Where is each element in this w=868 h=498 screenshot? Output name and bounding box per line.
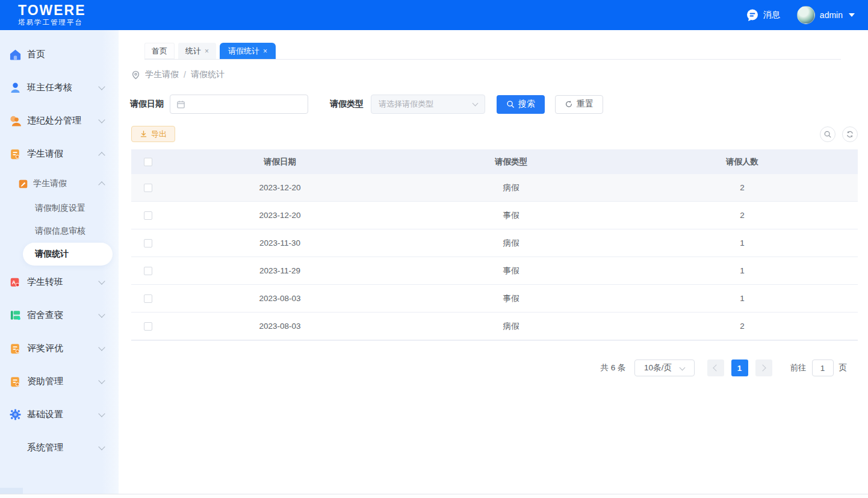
sidebar-item-student-leave[interactable]: 学生请假 xyxy=(0,137,119,170)
cell-count: 2 xyxy=(627,183,858,192)
type-filter-label: 请假类型 xyxy=(330,99,364,110)
sidebar-subitem-leave-policy[interactable]: 请假制度设置 xyxy=(0,197,119,220)
cell-date: 2023-12-20 xyxy=(164,183,395,192)
home-icon xyxy=(8,48,22,61)
sidebar-subitem-leave-statistics[interactable]: 请假统计 xyxy=(23,243,113,266)
column-header-count: 请假人数 xyxy=(627,157,858,167)
sidebar-item-label: 评奖评优 xyxy=(27,343,63,354)
sidebar-item-funding[interactable]: 资助管理 xyxy=(0,365,119,398)
tab-leave-statistics[interactable]: 请假统计 × xyxy=(220,43,276,59)
cell-count: 1 xyxy=(627,238,858,247)
chevron-down-icon xyxy=(98,83,105,90)
sidebar-item-home[interactable]: 首页 xyxy=(0,38,119,71)
next-page-button[interactable] xyxy=(755,359,772,376)
goto-page-input[interactable] xyxy=(812,359,834,376)
message-bubble-icon xyxy=(746,8,759,22)
table-row[interactable]: 2023-08-03 事假 1 xyxy=(131,285,858,313)
tab-home[interactable]: 首页 xyxy=(144,43,175,59)
sidebar-item-dorm-check[interactable]: 宿舍查寝 xyxy=(0,299,119,332)
table-row[interactable]: 2023-08-03 病假 2 xyxy=(131,313,858,340)
table-row[interactable]: 2023-11-30 病假 1 xyxy=(131,229,858,257)
sidebar-item-label: 资助管理 xyxy=(27,376,63,387)
tab-label: 首页 xyxy=(152,46,167,57)
app-logo[interactable]: TOWERE 塔易学工管理平台 xyxy=(18,4,86,26)
funding-doc-icon xyxy=(8,375,22,388)
page-unit-label: 页 xyxy=(839,363,848,373)
chevron-down-icon xyxy=(98,311,105,317)
sidebar-item-basic-settings[interactable]: 基础设置 xyxy=(0,398,119,431)
sidebar-item-label: 请假统计 xyxy=(35,249,69,260)
row-checkbox[interactable] xyxy=(144,294,152,303)
chevron-down-icon xyxy=(98,410,105,417)
page-size-select[interactable]: 10条/页 xyxy=(634,359,695,376)
sidebar-item-discipline[interactable]: 违纪处分管理 xyxy=(0,104,119,137)
sidebar-item-label: 请假制度设置 xyxy=(35,203,85,214)
row-checkbox[interactable] xyxy=(144,322,152,331)
prev-page-button[interactable] xyxy=(707,359,724,376)
leave-type-select[interactable]: 请选择请假类型 xyxy=(371,95,485,114)
select-placeholder: 请选择请假类型 xyxy=(379,99,433,110)
breadcrumb-current: 请假统计 xyxy=(191,69,225,80)
reset-button[interactable]: 重置 xyxy=(555,95,603,114)
sidebar-item-label: 学生转班 xyxy=(27,276,63,288)
cell-count: 1 xyxy=(627,294,858,303)
table-search-icon[interactable] xyxy=(820,126,835,142)
table-row[interactable]: 2023-12-20 事假 2 xyxy=(131,202,858,229)
search-button[interactable]: 搜索 xyxy=(497,95,545,114)
close-icon[interactable]: × xyxy=(205,48,209,55)
tab-label: 请假统计 xyxy=(228,46,259,57)
chevron-down-icon xyxy=(98,344,105,350)
page-size-value: 10条/页 xyxy=(644,363,672,373)
breadcrumb-parent[interactable]: 学生请假 xyxy=(145,69,179,80)
column-header-date: 请假日期 xyxy=(164,157,395,167)
table-tools xyxy=(820,126,858,142)
row-checkbox[interactable] xyxy=(144,184,152,192)
sidebar-item-class-transfer[interactable]: A 学生转班 xyxy=(0,266,119,299)
column-header-type: 请假类型 xyxy=(395,157,627,167)
leave-statistics-table: 请假日期 请假类型 请假人数 2023-12-20 病假 2 2023-12-2… xyxy=(131,149,858,341)
date-filter-label: 请假日期 xyxy=(130,99,164,110)
row-checkbox[interactable] xyxy=(144,211,152,220)
bottom-edge xyxy=(0,494,868,498)
row-checkbox[interactable] xyxy=(144,267,152,275)
table-row[interactable]: 2023-11-29 事假 1 xyxy=(131,257,858,285)
chevron-down-icon xyxy=(98,443,105,450)
cell-date: 2023-08-03 xyxy=(164,322,395,331)
chevron-up-icon xyxy=(98,181,105,188)
page-number-1[interactable]: 1 xyxy=(731,359,748,376)
sidebar-collapse-handle[interactable] xyxy=(0,488,23,494)
sidebar-subitem-student-leave[interactable]: 学生请假 xyxy=(0,170,119,197)
sidebar-item-system-management[interactable]: 系统管理 xyxy=(0,431,119,464)
export-button[interactable]: 导出 xyxy=(131,126,175,142)
search-button-label: 搜索 xyxy=(518,99,535,110)
logo-wordmark: TOWERE xyxy=(18,4,86,17)
table-row[interactable]: 2023-12-20 病假 2 xyxy=(131,174,858,202)
dorm-icon xyxy=(8,309,22,322)
cell-type: 事假 xyxy=(395,210,627,221)
cell-type: 病假 xyxy=(395,321,627,332)
leave-date-input[interactable] xyxy=(170,95,308,114)
cell-type: 事假 xyxy=(395,266,627,276)
sidebar-item-teacher-assessment[interactable]: 班主任考核 xyxy=(0,71,119,104)
tab-statistics[interactable]: 统计 × xyxy=(178,43,216,59)
sidebar-subitem-leave-review[interactable]: 请假信息审核 xyxy=(0,220,119,243)
calendar-icon xyxy=(176,100,185,109)
select-all-checkbox[interactable] xyxy=(144,158,152,166)
table-header-row: 请假日期 请假类型 请假人数 xyxy=(131,149,858,174)
app-header: TOWERE 塔易学工管理平台 消息 admin xyxy=(0,0,868,30)
gear-icon xyxy=(8,408,22,422)
chevron-down-icon xyxy=(98,116,105,123)
user-menu[interactable]: admin xyxy=(797,6,855,24)
sidebar-item-awards[interactable]: 评奖评优 xyxy=(0,332,119,365)
table-toolbar: 导出 xyxy=(131,126,858,142)
location-pin-icon xyxy=(131,70,140,79)
breadcrumb: 学生请假 / 请假统计 xyxy=(131,69,868,80)
cell-count: 2 xyxy=(627,211,858,220)
messages-button[interactable]: 消息 xyxy=(746,8,780,22)
username: admin xyxy=(820,10,843,20)
close-icon[interactable]: × xyxy=(263,48,267,55)
refresh-icon[interactable] xyxy=(842,126,858,142)
chevron-left-icon xyxy=(713,364,719,371)
cell-date: 2023-11-30 xyxy=(164,238,395,247)
row-checkbox[interactable] xyxy=(144,239,152,247)
